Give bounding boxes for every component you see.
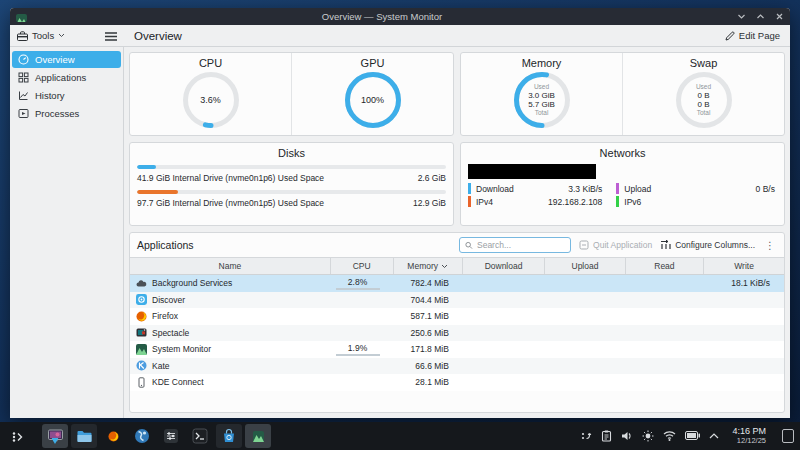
sidebar-item-history[interactable]: History — [12, 87, 121, 104]
minimize-button[interactable] — [737, 12, 746, 21]
hamburger-menu-button[interactable] — [105, 27, 117, 45]
network-legend-ipv6: IPv6 — [616, 196, 777, 207]
swap-gauge: Swap Used 0 B 0 B Total — [622, 53, 784, 135]
disks-title: Disks — [130, 143, 453, 159]
app-cpu: 2.8% — [331, 277, 394, 290]
cpu-gpu-panel: CPU 3.6% GPU — [129, 52, 454, 136]
column-header-download[interactable]: Download — [463, 258, 545, 274]
firefox-icon — [108, 431, 119, 442]
disk-used-value: 12.9 GiB — [413, 198, 446, 208]
tray-battery-icon[interactable] — [685, 431, 700, 440]
firefox-icon — [136, 311, 147, 322]
badge-down-arrow-icon — [52, 430, 59, 448]
legend-label: IPv6 — [624, 197, 641, 207]
discover-icon — [136, 294, 147, 305]
edit-page-button[interactable]: Edit Page — [725, 30, 780, 41]
system-monitor-icon — [136, 344, 147, 355]
taskbar: 4:16 PM 12/12/25 — [0, 422, 800, 450]
taskbar-discover-bag-button[interactable] — [216, 424, 242, 448]
taskbar-kate-globe-button[interactable] — [129, 424, 155, 448]
app-memory: 587.1 MiB — [394, 311, 463, 321]
disk-used-value: 2.6 GiB — [418, 173, 446, 183]
sidebar-item-overview[interactable]: Overview — [12, 51, 121, 68]
legend-label: IPv4 — [476, 197, 493, 207]
titlebar[interactable]: Overview — System Monitor — [10, 8, 790, 25]
column-header-upload[interactable]: Upload — [545, 258, 625, 274]
app-name: KDE Connect — [152, 377, 204, 387]
sidebar-item-processes[interactable]: Processes — [12, 105, 121, 122]
taskbar-system-monitor-button[interactable] — [245, 424, 271, 448]
show-desktop-button[interactable] — [782, 429, 794, 443]
table-row-firefox[interactable]: Firefox 587.1 MiB — [130, 308, 784, 325]
table-row-system-monitor[interactable]: System Monitor 1.9% 171.8 MiB — [130, 341, 784, 358]
legend-value: 0 B/s — [756, 184, 777, 194]
quit-application-button[interactable]: Quit Application — [579, 240, 652, 250]
tray-volume-icon[interactable] — [621, 430, 633, 442]
search-input[interactable] — [477, 240, 565, 250]
configure-columns-icon — [660, 240, 671, 250]
overflow-menu-button[interactable]: ⋮ — [763, 240, 777, 251]
sidebar-item-label: Overview — [35, 54, 75, 65]
taskbar-settings-button[interactable] — [158, 424, 184, 448]
column-header-memory[interactable]: Memory — [394, 258, 463, 274]
disk-label: 97.7 GiB Internal Drive (nvme0n1p5) Used… — [137, 198, 324, 208]
memory-total-label: Total — [535, 109, 549, 116]
table-row-kde-connect[interactable]: KDE Connect 28.1 MiB — [130, 374, 784, 391]
column-header-write[interactable]: Write — [704, 258, 784, 274]
background-services-icon — [136, 278, 147, 289]
tools-label: Tools — [32, 30, 54, 41]
app-launcher-button[interactable] — [6, 424, 28, 448]
console-icon — [192, 428, 208, 444]
configure-columns-button[interactable]: Configure Columns... — [660, 240, 755, 250]
window-title: Overview — System Monitor — [27, 11, 737, 22]
clock[interactable]: 4:16 PM 12/12/25 — [732, 427, 766, 445]
legend-swatch — [616, 183, 619, 194]
tools-menu-button[interactable]: Tools — [17, 30, 65, 41]
table-row-discover[interactable]: Discover 704.4 MiB — [130, 292, 784, 309]
applications-panel: Applications Quit Application Configure … — [129, 232, 785, 413]
taskbar-firefox-button[interactable] — [100, 424, 126, 448]
app-name: Background Services — [152, 278, 232, 288]
network-legend-ipv4: IPv4 192.168.2.108 — [468, 196, 616, 207]
taskbar-display-app-button[interactable] — [42, 424, 68, 448]
app-icon — [16, 11, 27, 22]
sidebar-item-label: Applications — [35, 72, 86, 83]
search-box[interactable] — [459, 237, 571, 253]
table-row-kate[interactable]: Kate 66.6 MiB — [130, 358, 784, 375]
system-monitor-window: Overview — System Monitor Tools Overview… — [10, 8, 790, 418]
column-header-read[interactable]: Read — [626, 258, 704, 274]
taskbar-dolphin-button[interactable] — [71, 424, 97, 448]
cpu-value: 3.6% — [200, 95, 221, 105]
table-row-spectacle[interactable]: Spectacle 250.6 MiB — [130, 325, 784, 342]
memory-used-value: 3.0 GiB — [528, 91, 555, 100]
edit-page-label: Edit Page — [739, 30, 780, 41]
memory-gauge: Memory Used 3.0 GiB 5.7 GiB — [461, 53, 622, 135]
swap-total-label: Total — [697, 109, 711, 116]
tray-wifi-icon[interactable] — [663, 430, 676, 441]
app-memory: 28.1 MiB — [394, 377, 463, 387]
legend-value: 3.3 KiB/s — [568, 184, 616, 194]
app-toolbar: Tools Overview Edit Page — [10, 25, 790, 47]
tray-input-device-icon[interactable] — [580, 430, 592, 442]
close-button[interactable] — [775, 12, 784, 21]
cpu-gauge: CPU 3.6% — [130, 53, 291, 135]
table-header: Name CPU Memory Download Upload Read Wri… — [130, 258, 784, 275]
table-row-background-services[interactable]: Background Services 2.8% 782.4 MiB 18.1 … — [130, 275, 784, 292]
memory-total-value: 5.7 GiB — [528, 100, 555, 109]
maximize-button[interactable] — [756, 12, 765, 21]
column-header-cpu[interactable]: CPU — [331, 258, 394, 274]
tray-caret-up-icon[interactable] — [709, 433, 719, 439]
sidebar-item-applications[interactable]: Applications — [12, 69, 121, 86]
app-memory: 171.8 MiB — [394, 344, 463, 354]
gpu-gauge: GPU 100% — [291, 53, 453, 135]
disk-label: 41.9 GiB Internal Drive (nvme0n1p6) Used… — [137, 173, 324, 183]
column-header-name[interactable]: Name — [130, 258, 331, 274]
app-name: Kate — [152, 361, 170, 371]
memory-used-label: Used — [534, 83, 549, 90]
gpu-title: GPU — [361, 53, 385, 69]
legend-label: Download — [476, 184, 514, 194]
tray-clipboard-icon[interactable] — [601, 430, 612, 442]
memory-title: Memory — [522, 53, 562, 69]
tray-brightness-icon[interactable] — [642, 430, 654, 442]
taskbar-console-button[interactable] — [187, 424, 213, 448]
